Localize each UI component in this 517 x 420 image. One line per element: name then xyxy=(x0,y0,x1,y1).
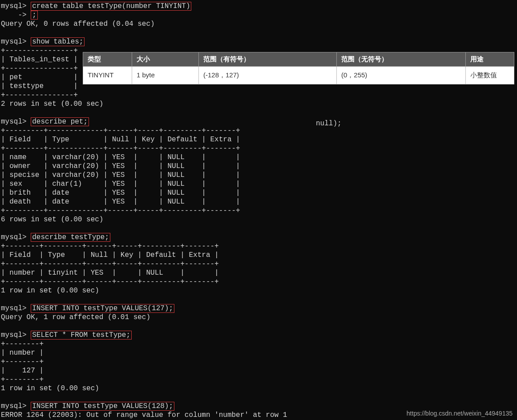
cont-prompt: -> xyxy=(1,11,27,19)
overlay-cell-type: TINYINT xyxy=(83,66,132,84)
pet-divider: +---------+-------------+------+-----+--… xyxy=(0,144,517,153)
sel-row: | 127 | xyxy=(0,366,517,375)
pet-row: | sex | char(1) | YES | | NULL | | xyxy=(0,180,517,188)
prompt: mysql> xyxy=(1,38,27,46)
pet-row: | name | varchar(20) | YES | | NULL | | xyxy=(0,153,517,162)
tt-divider: +--------+---------+------+-----+-------… xyxy=(0,260,517,268)
line: mysql> show tables; xyxy=(0,37,517,46)
sel-divider: +--------+ xyxy=(0,357,517,366)
msg-create-ok: Query OK, 0 rows affected (0.04 sec) xyxy=(0,20,517,28)
cmd-insert-127: INSERT INTO testType VALUES(127); xyxy=(31,304,174,313)
prompt: mysql> xyxy=(1,118,27,126)
sel-header: | number | xyxy=(0,348,517,357)
blank xyxy=(0,393,517,402)
prompt: mysql> xyxy=(1,304,27,312)
msg-insert-ok: Query OK, 1 row affected (0.01 sec) xyxy=(0,313,517,322)
line: mysql> describe pet; xyxy=(0,117,517,126)
prompt: mysql> xyxy=(1,233,27,241)
line: -> ; xyxy=(0,11,517,20)
tt-footer: 1 row in set (0.00 sec) xyxy=(0,286,517,295)
line: mysql> describe testType; xyxy=(0,233,517,242)
cmd-select-all: SELECT * FROM testType; xyxy=(31,331,132,340)
tt-row: | number | tinyint | YES | | NULL | | xyxy=(0,268,517,277)
sel-footer: 1 row in set (0.00 sec) xyxy=(0,384,517,393)
overlay-header-unsigned: 范围（无符号） xyxy=(337,52,466,67)
overlay-cell-unsigned: (0，255) xyxy=(337,66,466,84)
pet-divider: +---------+-------------+------+-----+--… xyxy=(0,126,517,135)
prompt: mysql> xyxy=(1,2,27,10)
sel-divider: +--------+ xyxy=(0,375,517,384)
pet-row: | specise | varchar(20) | YES | | NULL |… xyxy=(0,171,517,180)
prompt: mysql> xyxy=(1,402,27,410)
pet-divider: +---------+-------------+------+-----+--… xyxy=(0,206,517,215)
tt-divider: +--------+---------+------+-----+-------… xyxy=(0,242,517,251)
blank xyxy=(0,295,517,304)
overlay-header-type: 类型 xyxy=(83,52,132,67)
pet-row: | death | date | YES | | NULL | | xyxy=(0,197,517,206)
stray-null: null); xyxy=(316,119,342,128)
blank xyxy=(0,322,517,331)
type-reference-overlay: 类型 大小 范围（有符号） 范围（无符号） 用途 TINYINT 1 byte … xyxy=(83,52,514,84)
watermark: https://blog.csdn.net/weixin_44949135 xyxy=(407,410,513,418)
pet-row: | owner | varchar(20) | YES | | NULL | | xyxy=(0,162,517,171)
blank xyxy=(0,108,517,117)
tt-divider: +--------+---------+------+-----+-------… xyxy=(0,277,517,286)
overlay-header-row: 类型 大小 范围（有符号） 范围（无符号） 用途 xyxy=(83,52,514,67)
cmd-insert-128: INSERT INTO testType VALUES(128); xyxy=(31,402,174,411)
cmd-describe-pet: describe pet; xyxy=(31,117,89,126)
blank xyxy=(0,28,517,37)
sel-divider: +--------+ xyxy=(0,340,517,348)
overlay-header-size: 大小 xyxy=(132,52,199,67)
blank xyxy=(0,224,517,233)
tables-divider: +----------------+ xyxy=(0,91,517,100)
tt-header: | Field | Type | Null | Key | Default | … xyxy=(0,251,517,260)
overlay-cell-size: 1 byte xyxy=(132,66,199,84)
line: mysql> INSERT INTO testType VALUES(127); xyxy=(0,304,517,313)
line: mysql> SELECT * FROM testType; xyxy=(0,331,517,340)
pet-row: | brith | date | YES | | NULL | | xyxy=(0,188,517,197)
prompt: mysql> xyxy=(1,331,27,339)
cmd-create-table-cont: ; xyxy=(31,11,38,20)
overlay-row: TINYINT 1 byte (-128，127) (0，255) 小整数值 xyxy=(83,66,514,84)
overlay-cell-purpose: 小整数值 xyxy=(466,66,514,84)
overlay-cell-signed: (-128，127) xyxy=(199,66,337,84)
line: mysql> create table testType(number TINY… xyxy=(0,2,517,11)
cmd-show-tables: show tables; xyxy=(31,37,85,46)
cmd-describe-testtype: describe testType; xyxy=(31,233,110,242)
overlay-header-signed: 范围（有符号） xyxy=(199,52,337,67)
overlay-header-purpose: 用途 xyxy=(466,52,514,67)
cmd-create-table: create table testType(number TINYINT) xyxy=(31,2,191,11)
pet-header: | Field | Type | Null | Key | Default | … xyxy=(0,135,517,144)
tables-footer: 2 rows in set (0.00 sec) xyxy=(0,100,517,108)
pet-footer: 6 rows in set (0.00 sec) xyxy=(0,215,517,224)
